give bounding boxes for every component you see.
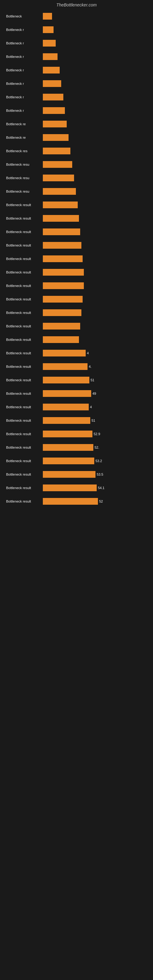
chart-container: BottleneckBottleneck rBottleneck rBottle… bbox=[0, 9, 153, 513]
bar bbox=[43, 26, 54, 33]
bar-wrap: 4 bbox=[43, 350, 147, 356]
bar-row: Bottleneck result bbox=[6, 281, 147, 290]
bar-value: 52 bbox=[99, 500, 103, 503]
bar bbox=[43, 175, 74, 181]
bar-wrap: 4. bbox=[43, 363, 147, 370]
bar-wrap bbox=[43, 121, 147, 127]
bar-row: Bottleneck result52. bbox=[6, 443, 147, 452]
bar bbox=[43, 255, 83, 262]
bar bbox=[43, 309, 81, 316]
bar-row: Bottleneck result51 bbox=[6, 416, 147, 425]
bar bbox=[43, 350, 86, 356]
bar bbox=[43, 417, 90, 424]
bar-row: Bottleneck result bbox=[6, 268, 147, 277]
bar-label: Bottleneck result bbox=[6, 486, 43, 490]
bar bbox=[43, 444, 93, 451]
bar-wrap bbox=[43, 67, 147, 73]
bar-row: Bottleneck r bbox=[6, 92, 147, 102]
bar-wrap: 52.9 bbox=[43, 431, 147, 438]
bar-label: Bottleneck resu bbox=[6, 162, 43, 166]
bar-row: Bottleneck r bbox=[6, 25, 147, 34]
bar-wrap: 4 bbox=[43, 404, 147, 410]
bar-wrap bbox=[43, 255, 147, 262]
bar-wrap: 49 bbox=[43, 390, 147, 397]
bar-wrap bbox=[43, 188, 147, 195]
bar-wrap: 54.1 bbox=[43, 485, 147, 491]
bar bbox=[43, 148, 70, 154]
bar-label: Bottleneck result bbox=[6, 284, 43, 288]
bar bbox=[43, 229, 80, 235]
bar-value: 53.5 bbox=[97, 473, 103, 476]
bar-label: Bottleneck re bbox=[6, 122, 43, 126]
bar-label: Bottleneck r bbox=[6, 109, 43, 112]
bar bbox=[43, 242, 81, 249]
bar-label: Bottleneck r bbox=[6, 41, 43, 45]
bar-wrap bbox=[43, 242, 147, 249]
bar-label: Bottleneck result bbox=[6, 311, 43, 315]
bar-wrap bbox=[43, 296, 147, 302]
bar-row: Bottleneck r bbox=[6, 52, 147, 61]
bar-row: Bottleneck result53.2 bbox=[6, 456, 147, 466]
bar-wrap bbox=[43, 107, 147, 114]
bar bbox=[43, 269, 84, 275]
bar-wrap bbox=[43, 215, 147, 222]
bar-wrap: 51 bbox=[43, 377, 147, 383]
bar bbox=[43, 67, 60, 73]
bar bbox=[43, 363, 88, 370]
bar-row: Bottleneck result4 bbox=[6, 402, 147, 412]
bar bbox=[43, 107, 65, 114]
bar-label: Bottleneck bbox=[6, 14, 43, 18]
bar bbox=[43, 282, 84, 289]
bar-wrap bbox=[43, 26, 147, 33]
bar bbox=[43, 161, 72, 168]
bar-value: 49 bbox=[92, 392, 96, 395]
bar-wrap: 52. bbox=[43, 444, 147, 451]
bar-label: Bottleneck result bbox=[6, 257, 43, 261]
bar-wrap bbox=[43, 323, 147, 329]
bar bbox=[43, 13, 52, 20]
bar-label: Bottleneck result bbox=[6, 418, 43, 422]
bar-row: Bottleneck r bbox=[6, 38, 147, 48]
bar bbox=[43, 215, 79, 222]
bar bbox=[43, 188, 76, 195]
bar-value: 52. bbox=[94, 445, 99, 449]
bar-row: Bottleneck result bbox=[6, 241, 147, 250]
bar-label: Bottleneck result bbox=[6, 432, 43, 436]
bar-row: Bottleneck resu bbox=[6, 187, 147, 196]
bar-value: 51 bbox=[91, 418, 95, 422]
bar-label: Bottleneck r bbox=[6, 82, 43, 86]
bar-wrap bbox=[43, 53, 147, 60]
bar-row: Bottleneck r bbox=[6, 106, 147, 115]
bar bbox=[43, 336, 79, 343]
bar-label: Bottleneck result bbox=[6, 243, 43, 247]
bar bbox=[43, 121, 67, 127]
bar-label: Bottleneck result bbox=[6, 338, 43, 342]
bar-value: 54.1 bbox=[98, 486, 104, 490]
bar bbox=[43, 202, 78, 208]
bar-wrap: 53.5 bbox=[43, 471, 147, 478]
bar-row: Bottleneck result bbox=[6, 254, 147, 263]
bar bbox=[43, 94, 63, 100]
bar-row: Bottleneck result4. bbox=[6, 362, 147, 371]
bar bbox=[43, 458, 94, 464]
bar-row: Bottleneck re bbox=[6, 119, 147, 129]
bar-label: Bottleneck result bbox=[6, 324, 43, 328]
bar-value: 4 bbox=[90, 405, 92, 409]
bar-row: Bottleneck result52.9 bbox=[6, 430, 147, 439]
bar-wrap bbox=[43, 40, 147, 46]
bar-row: Bottleneck res bbox=[6, 146, 147, 156]
bar-label: Bottleneck result bbox=[6, 392, 43, 395]
bar bbox=[43, 53, 57, 60]
bar-label: Bottleneck r bbox=[6, 28, 43, 32]
bar bbox=[43, 471, 96, 478]
bar-row: Bottleneck result54.1 bbox=[6, 483, 147, 492]
bar-row: Bottleneck result49 bbox=[6, 389, 147, 398]
bar-value: 52.9 bbox=[94, 432, 100, 436]
bar-row: Bottleneck result bbox=[6, 335, 147, 344]
bar-row: Bottleneck r bbox=[6, 65, 147, 75]
bar-wrap bbox=[43, 202, 147, 208]
bar-label: Bottleneck result bbox=[6, 473, 43, 476]
bar-label: Bottleneck r bbox=[6, 68, 43, 72]
bar-value: 53.2 bbox=[96, 459, 102, 463]
bar-label: Bottleneck result bbox=[6, 445, 43, 449]
